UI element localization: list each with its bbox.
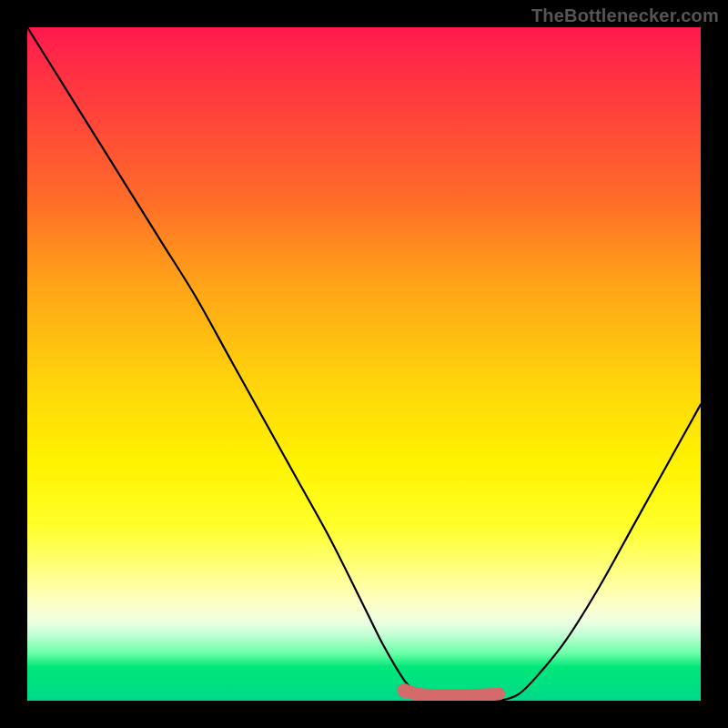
sweet-spot-dot (397, 683, 411, 698)
chart-frame: TheBottlenecker.com (0, 0, 728, 728)
sweet-spot-band (404, 691, 499, 695)
plot-area (27, 27, 701, 701)
watermark-text: TheBottlenecker.com (531, 5, 719, 26)
bottleneck-curve (27, 27, 701, 701)
chart-svg (27, 27, 701, 701)
